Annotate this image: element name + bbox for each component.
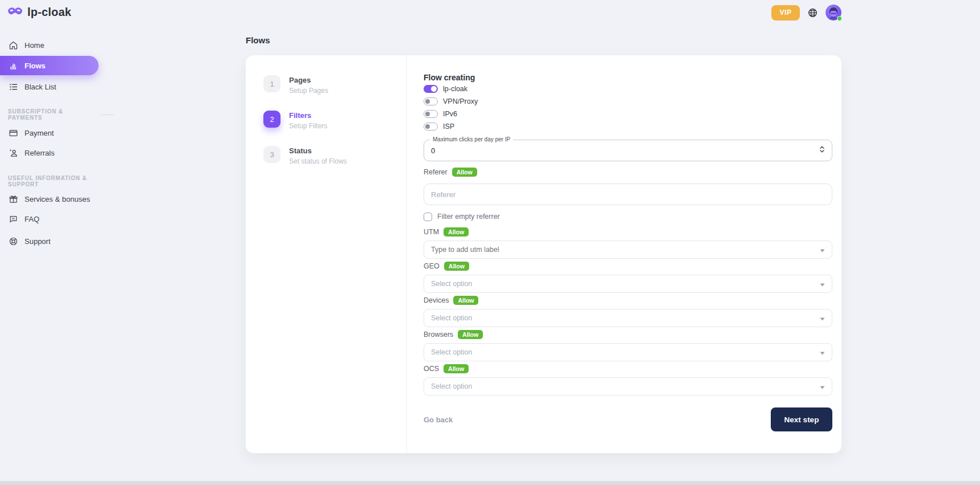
credit-card-icon <box>8 128 18 138</box>
form-footer: Go back Next step <box>424 407 832 431</box>
sidebar-item-support[interactable]: Support <box>0 231 108 251</box>
sidebar-item-label: Payment <box>25 129 54 137</box>
ocs-label-row: OCS Allow <box>424 364 832 374</box>
globe-icon[interactable] <box>807 7 818 18</box>
sidebar-item-label: FAQ <box>25 215 39 223</box>
ocs-allow-badge[interactable]: Allow <box>444 364 469 373</box>
geo-select[interactable]: Select option <box>424 275 832 293</box>
devices-select[interactable]: Select option <box>424 309 832 327</box>
select-placeholder: Select option <box>431 280 472 288</box>
browsers-allow-badge[interactable]: Allow <box>458 330 483 339</box>
toggle-label: lp-cloak <box>443 85 467 93</box>
step-pages[interactable]: 1 Pages Setup Pages <box>263 75 328 95</box>
devices-label-row: Devices Allow <box>424 295 832 305</box>
max-clicks-input[interactable] <box>424 140 800 161</box>
toggle-ipv6[interactable]: IPv6 <box>424 108 832 120</box>
browsers-label-row: Browsers Allow <box>424 329 832 340</box>
gift-icon <box>8 194 18 204</box>
geo-label-row: GEO Allow <box>424 261 832 271</box>
select-placeholder: Select option <box>431 314 472 322</box>
utm-label-row: UTM Allow <box>424 227 832 237</box>
toggle-switch-on[interactable] <box>424 85 438 93</box>
utm-input[interactable] <box>431 246 820 254</box>
ocs-select[interactable]: Select option <box>424 377 832 396</box>
sidebar-item-services-bonuses[interactable]: Services & bonuses <box>0 189 108 209</box>
sidebar-item-home[interactable]: Home <box>0 35 108 55</box>
select-placeholder: Select option <box>431 382 472 390</box>
flow-card: 1 Pages Setup Pages 2 Filters Setup Filt… <box>246 55 841 453</box>
sidebar-item-payment[interactable]: Payment <box>0 123 108 142</box>
sidebar-item-label: Referrals <box>25 149 55 157</box>
filter-empty-referrer-checkbox[interactable] <box>424 213 432 221</box>
referer-label-row: Referer Allow <box>424 167 832 177</box>
svg-text:?!: ?! <box>11 217 15 220</box>
browsers-select[interactable]: Select option <box>424 343 832 361</box>
toggle-switch-off[interactable] <box>424 110 438 118</box>
column-divider <box>406 55 407 453</box>
devices-allow-badge[interactable]: Allow <box>453 296 478 305</box>
app-root: lp-cloak VIP <box>0 0 980 485</box>
chevron-down-icon <box>820 279 825 289</box>
home-icon <box>8 40 18 50</box>
step-title: Status <box>289 146 347 155</box>
toggle-lp-cloak[interactable]: lp-cloak <box>424 83 832 95</box>
step-status[interactable]: 3 Status Set status of Flows <box>263 146 347 165</box>
chevron-down-icon <box>820 381 825 392</box>
geo-label: GEO <box>424 262 440 270</box>
avatar[interactable] <box>826 5 841 21</box>
blacklist-icon <box>8 81 18 92</box>
toggle-switch-off[interactable] <box>424 123 438 131</box>
utm-allow-badge[interactable]: Allow <box>444 227 469 237</box>
step-number: 1 <box>263 75 280 92</box>
sidebar-section-header: USEFUL INFORMATION & SUPPORT <box>8 175 114 188</box>
ocs-label: OCS <box>424 365 439 373</box>
max-clicks-field: Maximum clicks per day per IP <box>424 140 832 161</box>
vip-button[interactable]: VIP <box>771 5 800 21</box>
sidebar-item-referrals[interactable]: Referrals <box>0 143 108 162</box>
referer-allow-badge[interactable]: Allow <box>452 168 477 177</box>
step-number: 3 <box>263 146 280 163</box>
step-subtitle: Setup Pages <box>289 87 328 95</box>
sidebar-item-faq[interactable]: ?! FAQ <box>0 209 108 229</box>
devices-label: Devices <box>424 296 449 304</box>
utm-label: UTM <box>424 228 439 236</box>
go-back-button[interactable]: Go back <box>424 415 453 424</box>
sidebar-item-label: Black List <box>25 83 56 91</box>
lifebuoy-icon <box>8 236 18 246</box>
chevron-down-icon <box>820 244 825 255</box>
step-subtitle: Setup Filters <box>289 122 327 130</box>
checkbox-label: Filter empty referrer <box>437 213 500 221</box>
toggle-isp[interactable]: ISP <box>424 120 832 133</box>
toggle-label: ISP <box>443 123 454 131</box>
flow-creating-form: Flow creating lp-cloak VPN/Proxy IPv6 IS… <box>424 55 832 431</box>
sidebar-section-header: SUBSCRIPTION & PAYMENTS <box>8 108 114 121</box>
step-title: Filters <box>289 111 327 120</box>
topbar-controls: VIP <box>771 5 841 21</box>
chevron-down-icon <box>820 313 825 323</box>
referrals-icon <box>8 148 18 158</box>
next-step-button[interactable]: Next step <box>771 407 832 431</box>
utm-input-box[interactable] <box>424 241 832 259</box>
max-clicks-label: Maximum clicks per day per IP <box>430 136 513 142</box>
step-filters[interactable]: 2 Filters Setup Filters <box>263 111 327 130</box>
number-stepper-icon[interactable] <box>819 145 825 156</box>
toggle-label: VPN/Proxy <box>443 97 478 105</box>
toggle-vpn-proxy[interactable]: VPN/Proxy <box>424 95 832 108</box>
chevron-down-icon <box>820 347 825 357</box>
faq-icon: ?! <box>8 214 18 224</box>
toggle-switch-off[interactable] <box>424 97 438 105</box>
geo-allow-badge[interactable]: Allow <box>444 262 469 271</box>
step-title: Pages <box>289 75 328 84</box>
sidebar-item-label: Flows <box>25 62 46 70</box>
referer-input[interactable] <box>424 184 832 205</box>
sidebar-item-label: Support <box>25 237 51 246</box>
sidebar-item-flows[interactable]: Flows <box>0 56 99 75</box>
step-subtitle: Set status of Flows <box>289 157 347 165</box>
flows-icon <box>8 60 18 71</box>
select-placeholder: Select option <box>431 348 472 356</box>
sidebar-item-black-list[interactable]: Black List <box>0 77 108 96</box>
online-status-dot <box>837 16 842 21</box>
toggle-label: IPv6 <box>443 110 457 118</box>
form-title: Flow creating <box>424 55 832 83</box>
filter-empty-referrer-row[interactable]: Filter empty referrer <box>424 212 832 221</box>
